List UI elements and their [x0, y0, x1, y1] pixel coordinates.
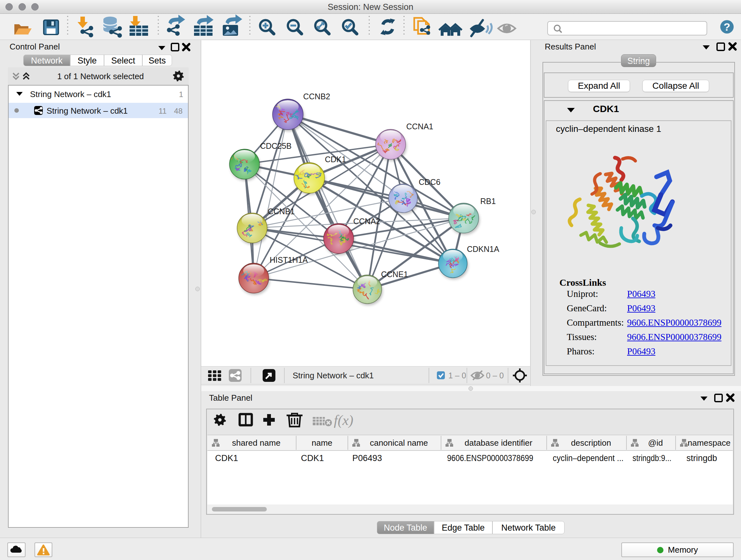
- svg-text:f(x): f(x): [334, 413, 353, 428]
- svg-text:CDC25B: CDC25B: [260, 141, 292, 150]
- svg-text:namespace: namespace: [688, 438, 731, 448]
- svg-text:name: name: [312, 438, 332, 448]
- svg-text:CCNA1: CCNA1: [406, 122, 433, 131]
- svg-text:HIST1H1A: HIST1H1A: [270, 255, 308, 264]
- svg-text:description: description: [571, 438, 611, 448]
- svg-text:stringdb: stringdb: [686, 453, 717, 463]
- svg-text:canonical name: canonical name: [370, 438, 428, 448]
- svg-text:CDC6: CDC6: [419, 178, 441, 186]
- svg-text:1 of 1 Network selected: 1 of 1 Network selected: [57, 71, 144, 81]
- svg-text:CDK1: CDK1: [325, 155, 346, 164]
- svg-text:?: ?: [724, 21, 731, 33]
- svg-text:1 – 0: 1 – 0: [448, 371, 466, 380]
- svg-text:0 – 0: 0 – 0: [486, 371, 504, 380]
- svg-text:String Network – cdk1: String Network – cdk1: [293, 371, 374, 380]
- svg-text:cyclin–dependent ...: cyclin–dependent ...: [553, 453, 623, 463]
- svg-text:String Network – cdk1: String Network – cdk1: [30, 89, 111, 99]
- svg-text:11: 11: [158, 107, 166, 115]
- svg-text:stringdb:9...: stringdb:9...: [632, 453, 671, 463]
- svg-text:CDKN1A: CDKN1A: [467, 245, 499, 253]
- svg-text:9606.ENSP00000378699: 9606.ENSP00000378699: [447, 453, 533, 463]
- svg-text:@id: @id: [648, 438, 663, 448]
- svg-text:CCNA2: CCNA2: [353, 217, 381, 226]
- svg-text:RB1: RB1: [480, 197, 496, 206]
- svg-text:CDK1: CDK1: [215, 453, 238, 463]
- svg-text:CCNE1: CCNE1: [381, 270, 408, 279]
- svg-text:CCNB2: CCNB2: [303, 92, 330, 101]
- svg-text:48: 48: [174, 107, 183, 115]
- svg-text:1: 1: [179, 90, 183, 99]
- svg-text:CCNB1: CCNB1: [268, 207, 295, 216]
- svg-text:String Network – cdk1: String Network – cdk1: [47, 106, 128, 116]
- svg-text:database identifier: database identifier: [465, 438, 533, 448]
- svg-text:CDK1: CDK1: [301, 453, 324, 463]
- svg-text:P06493: P06493: [352, 453, 382, 463]
- svg-text:shared name: shared name: [232, 438, 280, 448]
